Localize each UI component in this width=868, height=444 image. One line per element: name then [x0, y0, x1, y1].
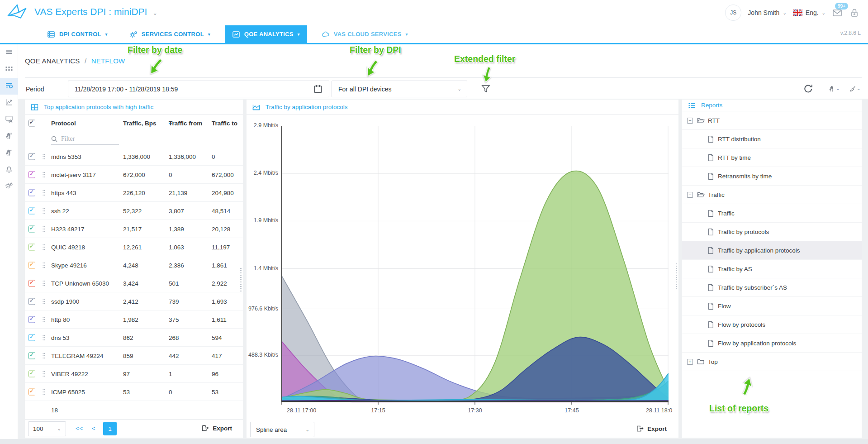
report-item-rtt-by-time[interactable]: RTT by time [682, 148, 862, 167]
sidebar-item-menu-toggle[interactable] [0, 44, 18, 61]
grip-icon[interactable] [42, 171, 46, 178]
pan-tool-button[interactable]: ⌄ [829, 84, 840, 94]
grip-icon[interactable] [42, 243, 46, 251]
dpi-device-select[interactable]: For all DPI devices ⌄ [332, 81, 467, 97]
table-row[interactable]: ✓mctet-jserv 3117672,0000672,000 [25, 166, 243, 184]
row-checkbox[interactable]: ✓ [28, 352, 35, 359]
language-selector[interactable]: Eng. ⌄ [793, 9, 825, 16]
grip-icon[interactable] [42, 280, 46, 287]
report-item-flow-by-protocols[interactable]: Flow by protocols [682, 315, 862, 334]
table-row[interactable]: ✓QUIC 4921812,2611,06311,197 [25, 238, 243, 256]
row-checkbox[interactable]: ✓ [28, 262, 35, 268]
grip-icon[interactable] [42, 316, 46, 323]
report-folder-top[interactable]: +Top [682, 353, 862, 371]
col-traffic-bps[interactable]: Traffic, Bps [123, 119, 173, 127]
calendar-icon[interactable] [314, 85, 322, 93]
table-row[interactable]: ✓VIBER 4922297196 [25, 365, 243, 383]
mail-button[interactable]: 99+ [832, 7, 843, 18]
grip-icon[interactable] [42, 370, 46, 377]
table-row[interactable]: ✓ICMP 6502553053 [25, 383, 243, 401]
period-input[interactable] [68, 81, 329, 97]
collapse-icon[interactable]: − [687, 192, 693, 198]
table-export-button[interactable]: Export [201, 425, 232, 432]
table-row[interactable]: ✓TCP Unknown 650303,4245012,922 [25, 274, 243, 292]
table-row[interactable]: ✓https 443226,12021,139204,980 [25, 184, 243, 202]
row-checkbox[interactable]: ✓ [28, 388, 35, 395]
grip-icon[interactable] [42, 189, 46, 196]
table-row[interactable]: ✓http 801,9823751,611 [25, 310, 243, 329]
grip-icon[interactable] [42, 388, 46, 396]
table-row[interactable]: ✓H323 4921721,5171,38920,128 [25, 220, 243, 238]
avatar[interactable]: JS [725, 5, 741, 21]
report-item-traffic-by-protocols[interactable]: Traffic by protocols [682, 223, 862, 241]
sidebar-item-notifications[interactable] [0, 162, 18, 178]
col-protocol[interactable]: Protocol [51, 120, 76, 127]
grip-icon[interactable] [42, 262, 46, 269]
row-checkbox[interactable]: ✓ [28, 225, 35, 232]
report-item-flow[interactable]: Flow [682, 297, 862, 315]
nav-item-qoe-analytics[interactable]: QOE ANALYTICS▾ [225, 25, 307, 43]
report-folder-traffic[interactable]: −Traffic [682, 186, 862, 204]
grip-icon[interactable] [42, 352, 46, 359]
grip-icon[interactable] [42, 298, 46, 305]
nav-item-services-control[interactable]: SERVICES CONTROL▾ [122, 25, 218, 43]
horizontal-scrollbar[interactable] [0, 439, 868, 444]
vas-experts-logo-icon[interactable] [6, 3, 27, 23]
report-folder-rtt[interactable]: −RTT [682, 111, 862, 130]
row-checkbox[interactable]: ✓ [28, 189, 35, 196]
sidebar-item-hand-report-2[interactable] [0, 145, 18, 162]
grip-icon[interactable] [42, 153, 46, 160]
chart-export-button[interactable]: Export [636, 425, 667, 432]
pager-prev-button[interactable]: < [92, 425, 96, 432]
report-item-traffic[interactable]: Traffic [682, 204, 862, 223]
sidebar-item-subscribers-screen[interactable] [0, 111, 18, 128]
nav-item-vas-cloud-services[interactable]: VAS CLOUD SERVICES▾ [314, 25, 415, 43]
table-row[interactable]: ✓TELEGRAM 49224859442417 [25, 347, 243, 365]
table-row[interactable]: ✓Skype 492164,2482,3861,861 [25, 256, 243, 274]
chart-scrollbar[interactable] [676, 263, 677, 289]
sidebar-item-hand-report-1[interactable] [0, 128, 18, 145]
grip-icon[interactable] [42, 225, 46, 233]
page-size-select[interactable]: 100 ⌄ [28, 421, 66, 436]
table-row[interactable]: ✓ssdp 19002,4127391,693 [25, 292, 243, 310]
chart-type-select[interactable]: Spline area ⌄ [250, 422, 314, 437]
row-checkbox[interactable]: ✓ [28, 370, 35, 377]
select-all-checkbox[interactable]: ✓ [28, 120, 35, 127]
report-item-traffic-by-subscriber-s-as[interactable]: Traffic by subscriber`s AS [682, 278, 862, 297]
report-item-rtt-distribution[interactable]: RTT distribution [682, 130, 862, 148]
sidebar-item-charts[interactable] [0, 95, 18, 111]
pager-first-button[interactable]: << [76, 425, 83, 432]
collapse-icon[interactable]: − [687, 118, 693, 124]
table-row[interactable]: ✓dns 53862268594 [25, 329, 243, 347]
chevron-down-icon[interactable]: ⌄ [152, 10, 157, 16]
lock-button[interactable] [849, 7, 860, 18]
grip-icon[interactable] [42, 334, 46, 341]
col-traffic-to[interactable]: Traffic to [212, 120, 237, 127]
report-item-traffic-by-application-protocols[interactable]: Traffic by application protocols [682, 241, 862, 260]
report-item-retransmits-by-time[interactable]: Retransmits by time [682, 167, 862, 186]
row-checkbox[interactable]: ✓ [28, 316, 35, 323]
row-checkbox[interactable]: ✓ [28, 171, 35, 178]
user-menu[interactable]: John Smith ⌄ [748, 9, 786, 16]
expand-icon[interactable]: + [687, 359, 693, 365]
report-item-traffic-by-as[interactable]: Traffic by AS [682, 260, 862, 278]
nav-item-dpi-control[interactable]: DPI CONTROL▾ [40, 25, 115, 43]
protocol-filter-input[interactable] [51, 133, 119, 145]
table-row[interactable]: ✓mdns 53531,336,0001,336,0000 [25, 148, 243, 166]
row-checkbox[interactable]: ✓ [28, 280, 35, 286]
col-traffic-from[interactable]: Traffic from [169, 120, 202, 127]
table-row[interactable]: ✓ssh 2252,3223,80748,514 [25, 202, 243, 220]
table-scrollbar[interactable] [240, 268, 242, 293]
report-item-flow-by-application-protocols[interactable]: Flow by application protocols [682, 334, 862, 353]
row-checkbox[interactable]: ✓ [28, 207, 35, 214]
grip-icon[interactable] [42, 207, 46, 215]
extended-filter-button[interactable] [481, 84, 491, 94]
row-checkbox[interactable]: ✓ [28, 298, 35, 305]
clear-tool-button[interactable]: ⌄ [849, 84, 860, 94]
sidebar-item-netflow-filters[interactable] [0, 78, 18, 95]
pager-page-1[interactable]: 1 [103, 422, 117, 435]
row-checkbox[interactable]: ✓ [28, 243, 35, 250]
row-checkbox[interactable]: ✓ [28, 334, 35, 341]
sidebar-item-settings[interactable] [0, 178, 18, 195]
breadcrumb-page-netflow[interactable]: NETFLOW [91, 57, 125, 65]
